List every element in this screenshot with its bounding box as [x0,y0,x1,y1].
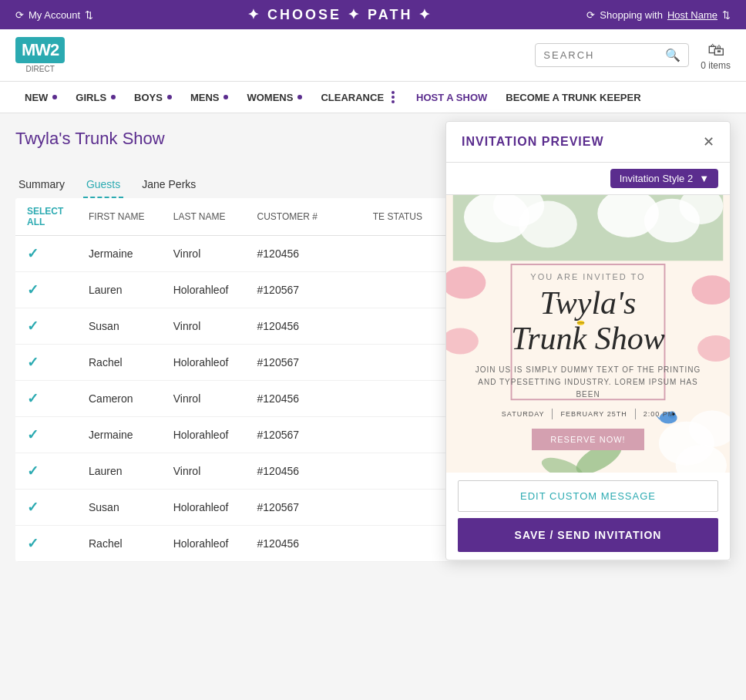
row-checkmark[interactable]: ✓ [27,463,39,479]
cart-items-label: 0 items [701,60,731,71]
inv-date-sep2 [635,409,636,419]
col-first-name: FIRST NAME [77,198,162,236]
chevron-down-icon: ▼ [699,173,709,184]
nav-mens[interactable]: MENS [181,82,238,113]
search-box[interactable]: 🔍 [535,43,689,67]
save-send-invitation-button[interactable]: SAVE / SEND INVITATION [458,518,718,552]
nav-boys[interactable]: BOYS [125,82,181,113]
search-input[interactable] [543,49,665,61]
shopping-with-label: Shopping with [600,9,663,21]
nav-dots-menu [388,91,398,103]
nav-boys-dot [167,95,172,99]
row-first-name: Cameron [77,381,162,417]
row-customer: #120567 [246,417,335,453]
style-label: Invitation Style 2 [620,173,693,184]
inv-title: Twyla's Trunk Show [469,285,707,356]
inv-date-sep1 [552,409,553,419]
modal-title: INVITATION PREVIEW [462,135,604,149]
tab-guests-label: Guests [86,178,120,190]
banner-center-text: ✦ CHOOSE ✦ PATH ✦ [247,6,432,23]
row-checkmark[interactable]: ✓ [27,246,39,261]
row-last-name: Holorahleof [162,345,246,381]
row-first-name: Susan [77,308,162,345]
tab-jane-perks[interactable]: Jane Perks [139,172,199,198]
page-title: Twyla's Trunk Show [15,129,165,149]
row-customer: #120456 [246,308,335,345]
tab-summary[interactable]: Summary [15,172,68,198]
inv-date-time: 2:00 PM [644,410,675,418]
row-last-name: Holorahleof [162,272,246,308]
nav-womens[interactable]: WOMENS [237,82,311,113]
row-checkmark[interactable]: ✓ [27,500,39,515]
row-last-name: Holorahleof [162,526,246,562]
col-customer: CUSTOMER # [246,198,335,236]
row-first-name: Susan [77,490,162,526]
inv-date-date: FEBRUARY 25TH [560,410,627,418]
my-account-area[interactable]: ⟳ My Account ⇅ [15,9,93,21]
top-banner: ⟳ My Account ⇅ ✦ CHOOSE ✦ PATH ✦ ⟳ Shopp… [0,0,746,29]
nav-womens-dot [297,95,302,99]
nav-girls[interactable]: GIRLS [66,82,125,113]
host-arrow: ⇅ [722,9,731,21]
logo-mw2: MW2 [15,37,65,63]
row-customer: #120567 [246,345,335,381]
inv-you-are-invited: YOU ARE INVITED TO [469,272,707,281]
modal-header: INVITATION PREVIEW ✕ [446,122,730,163]
inv-title-line1: Twyla's [469,285,707,321]
header-right: 🔍 🛍 0 items [535,40,731,71]
nav-girls-label: GIRLS [76,92,106,103]
nav-new[interactable]: NEW [15,82,66,113]
row-first-name: Jermaine [77,236,162,272]
edit-custom-message-button[interactable]: EDIT CUSTOM MESSAGE [458,480,718,512]
nav-mens-dot [223,95,228,99]
row-checkmark[interactable]: ✓ [27,318,39,334]
row-last-name: Vinrol [162,381,246,417]
nav-womens-label: WOMENS [247,92,293,103]
row-last-name: Holorahleof [162,490,246,526]
nav-new-label: NEW [25,92,48,103]
nav-trunk-keeper-label: BECOME A TRUNK KEEPER [506,92,640,103]
logo-direct: DIRECT [15,65,65,73]
cart-icon: 🛍 [707,40,724,60]
tab-summary-label: Summary [18,178,65,190]
invitation-inner: YOU ARE INVITED TO Twyla's Trunk Show JO… [446,195,730,466]
nav-new-dot [52,95,57,99]
my-account-label: My Account [29,9,80,21]
inv-body-text: JOIN US IS SIMPLY DUMMY TEXT OF THE PRIN… [469,364,707,401]
row-checkmark[interactable]: ✓ [27,536,39,551]
tab-guests[interactable]: Guests [83,172,123,198]
main-content: Twyla's Trunk Show Add Guests Send Invit… [0,113,746,653]
row-checkmark[interactable]: ✓ [27,427,39,443]
header: MW2 DIRECT 🔍 🛍 0 items [0,29,746,82]
nav-host-label: HOST A SHOW [416,92,487,103]
row-first-name: Lauren [77,272,162,308]
close-icon[interactable]: ✕ [703,133,714,150]
style-dropdown[interactable]: Invitation Style 2 ▼ [610,169,718,188]
row-checkmark[interactable]: ✓ [27,355,39,370]
nav-girls-dot [111,95,116,99]
row-first-name: Rachel [77,345,162,381]
modal-footer: EDIT CUSTOM MESSAGE SAVE / SEND INVITATI… [446,473,730,560]
select-all-button[interactable]: SELECTALL [27,206,66,227]
account-arrow: ⇅ [85,9,93,21]
row-last-name: Vinrol [162,308,246,345]
search-icon[interactable]: 🔍 [665,48,680,62]
row-last-name: Vinrol [162,236,246,272]
nav-host-a-show[interactable]: HOST A SHOW [407,82,496,113]
nav-clearance-label: CLEARANCE [321,92,384,103]
cart-area[interactable]: 🛍 0 items [701,40,731,71]
select-all-label: SELECTALL [27,206,63,227]
row-first-name: Lauren [77,453,162,490]
nav-boys-label: BOYS [134,92,163,103]
row-last-name: Holorahleof [162,417,246,453]
row-checkmark[interactable]: ✓ [27,391,39,406]
reserve-now-button[interactable]: RESERVE NOW! [532,429,644,450]
nav-clearance[interactable]: CLEARANCE [311,82,407,113]
row-checkmark[interactable]: ✓ [27,282,39,298]
main-nav: NEW GIRLS BOYS MENS WOMENS CLEARANCE HOS… [0,82,746,113]
shopping-with-area[interactable]: ⟳ Shopping with Host Name ⇅ [586,9,731,21]
account-icon: ⟳ [15,9,24,21]
nav-trunk-keeper[interactable]: BECOME A TRUNK KEEPER [496,82,650,113]
logo-area[interactable]: MW2 DIRECT [15,37,65,73]
row-customer: #120567 [246,490,335,526]
